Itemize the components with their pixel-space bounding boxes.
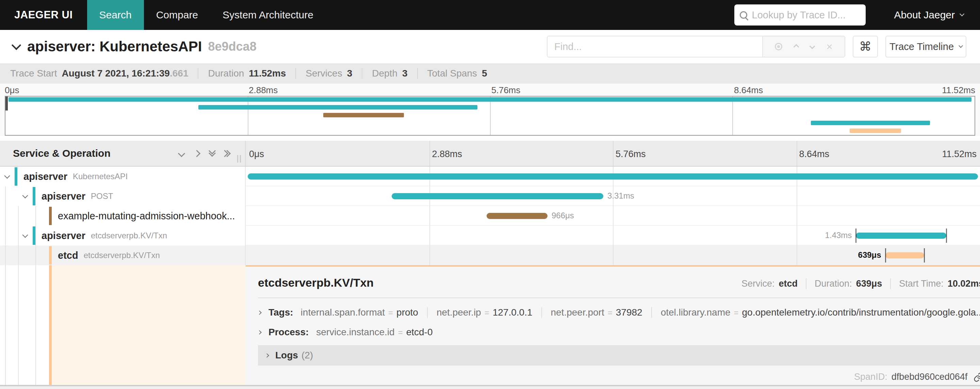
span-id-value: dfbebd960ced064f (891, 372, 968, 382)
tick-label: 2.88ms (247, 85, 278, 95)
span-id-row: SpanID: dfbebd960ced064f (258, 372, 980, 382)
tick-label: 2.88ms (430, 149, 463, 159)
span-duration-label: 966μs (552, 211, 574, 220)
about-jaeger-label: About Jaeger (894, 9, 955, 21)
tags-row[interactable]: Tags: internal.span.format=proto net.pee… (258, 307, 980, 318)
logs-expander[interactable]: Logs (2) (258, 345, 980, 365)
span-bound-tick (946, 229, 947, 243)
minimap-span-bar (850, 129, 901, 133)
search-icon (740, 11, 747, 19)
chevron-right-icon (257, 330, 262, 335)
span-timeline-cell[interactable]: 1.43ms (246, 226, 980, 246)
column-resize-grip[interactable] (237, 155, 241, 162)
span-bound-tick (885, 248, 886, 262)
span-row-etcd-txn-selected[interactable]: etcd etcdserverpb.KV/Txn 639μs (0, 246, 980, 265)
minimap-canvas[interactable] (5, 96, 975, 136)
find-next-button[interactable] (810, 43, 814, 50)
span-timeline-cell[interactable]: 3.31ms (246, 186, 980, 206)
span-duration-bar[interactable] (248, 173, 978, 179)
span-duration-label: 639μs (858, 250, 881, 260)
tag-item: internal.span.format=proto (301, 307, 418, 318)
expand-all-double-chevron-down-icon[interactable] (210, 151, 215, 156)
tick-label: 8.64ms (733, 85, 763, 95)
service-operation-header: Service & Operation (0, 141, 246, 166)
chevron-right-icon (257, 310, 262, 315)
summary-trace-start: Trace Start August 7 2021, 16:21:39.661 (10, 68, 188, 79)
tag-item: net.peer.ip=127.0.0.1 (427, 307, 533, 318)
span-color-bar (33, 187, 35, 205)
collapse-all-double-chevron-right-icon[interactable] (225, 151, 230, 156)
find-prev-button[interactable] (794, 43, 798, 50)
collapse-chevron-icon[interactable] (5, 173, 10, 179)
trace-view-select[interactable]: Trace Timeline (885, 36, 966, 57)
tag-item: net.peer.port=37982 (541, 307, 643, 318)
span-row-apiserver-post[interactable]: apiserver POST 3.31ms (0, 186, 980, 206)
collapse-trace-chevron-icon[interactable] (11, 40, 21, 50)
span-service: example-mutating-admission-webhook... (58, 211, 235, 222)
collapse-chevron-icon[interactable] (22, 193, 28, 198)
find-box: × (547, 36, 845, 57)
collapse-one-chevron-right-icon[interactable] (193, 149, 200, 157)
span-operation: etcdserverpb.KV/Txn (84, 251, 160, 260)
trace-title: apiserver: KubernetesAPI (27, 38, 202, 55)
clear-find-icon[interactable]: × (826, 41, 833, 52)
keyboard-shortcuts-button[interactable]: ⌘ (853, 36, 878, 57)
span-detail-strip: etcdserverpb.KV/Txn Service:etcd Duratio… (0, 265, 980, 385)
chevron-down-icon (959, 11, 964, 16)
tick-label: 0μs (5, 85, 19, 95)
minimap-span-bar (811, 121, 930, 125)
span-operation: KubernetesAPI (73, 172, 127, 181)
span-bound-tick (924, 248, 925, 262)
nav-item-search[interactable]: Search (87, 0, 144, 30)
minimap-gridline (490, 97, 491, 135)
summary-depth: Depth3 (362, 68, 407, 79)
span-detail-panel: etcdserverpb.KV/Txn Service:etcd Duratio… (246, 265, 980, 385)
span-row-apiserver-etcd-txn[interactable]: apiserver etcdserverpb.KV/Txn 1.43ms (0, 226, 980, 246)
top-nav: JAEGER UI Search Compare System Architec… (0, 0, 980, 30)
trace-id: 8e9dca8 (208, 40, 256, 54)
span-duration-label: 3.31ms (608, 191, 634, 201)
span-timeline-cell[interactable]: 639μs (246, 246, 980, 265)
nav-item-compare[interactable]: Compare (144, 0, 210, 30)
span-rows: apiserver KubernetesAPI apiserver POST 3… (0, 167, 980, 265)
collapse-chevron-icon[interactable] (22, 232, 28, 238)
span-operation: etcdserverpb.KV/Txn (91, 231, 167, 240)
span-row-apiserver-kubernetesapi[interactable]: apiserver KubernetesAPI (0, 167, 980, 186)
summary-duration: Duration11.52ms (198, 68, 286, 79)
tick-label: 5.76ms (490, 85, 520, 95)
deep-link-icon[interactable] (974, 372, 980, 382)
focus-target-icon[interactable] (775, 43, 782, 50)
span-timeline-cell[interactable]: 966μs (246, 206, 980, 226)
detail-left-column (0, 265, 246, 385)
span-duration-label: 1.43ms (825, 230, 852, 240)
find-extras: × (762, 37, 845, 57)
divider (258, 297, 980, 298)
span-duration-bar[interactable] (856, 233, 946, 239)
minimap-span-bar (198, 105, 477, 110)
minimap-scrubber-handle[interactable] (5, 97, 8, 111)
timeline-minimap: 0μs 2.88ms 5.76ms 8.64ms 11.52ms (0, 84, 980, 136)
selected-span-tint (52, 265, 246, 385)
span-duration-bar[interactable] (392, 193, 603, 199)
detail-operation-title: etcdserverpb.KV/Txn (258, 276, 374, 289)
span-service: apiserver (41, 191, 86, 202)
find-input[interactable] (547, 37, 762, 57)
bottom-boundary (0, 385, 980, 389)
span-timeline-cell[interactable] (246, 167, 980, 186)
summary-total-spans: Total Spans5 (417, 68, 487, 79)
trace-lookup-input[interactable] (752, 10, 860, 21)
selected-span-color-bar (49, 265, 52, 385)
tags-label: Tags: (269, 307, 293, 318)
collapse-all-chevron-down-icon[interactable] (178, 149, 185, 157)
timeline-header: 0μs 2.88ms 5.76ms 8.64ms 11.52ms (246, 141, 980, 166)
nav-item-system-architecture[interactable]: System Architecture (210, 0, 326, 30)
span-duration-bar[interactable] (487, 213, 547, 219)
span-color-bar (33, 227, 35, 245)
service-operation-title: Service & Operation (13, 148, 111, 159)
app-brand[interactable]: JAEGER UI (14, 9, 73, 21)
detail-meta: Service:etcd Duration:639μs Start Time:1… (741, 278, 980, 289)
about-jaeger-menu[interactable]: About Jaeger (894, 9, 964, 21)
span-duration-bar[interactable] (885, 252, 924, 259)
process-row[interactable]: Process: service.instance.id=etcd-0 (258, 327, 980, 338)
span-row-webhook[interactable]: example-mutating-admission-webhook... 96… (0, 206, 980, 226)
